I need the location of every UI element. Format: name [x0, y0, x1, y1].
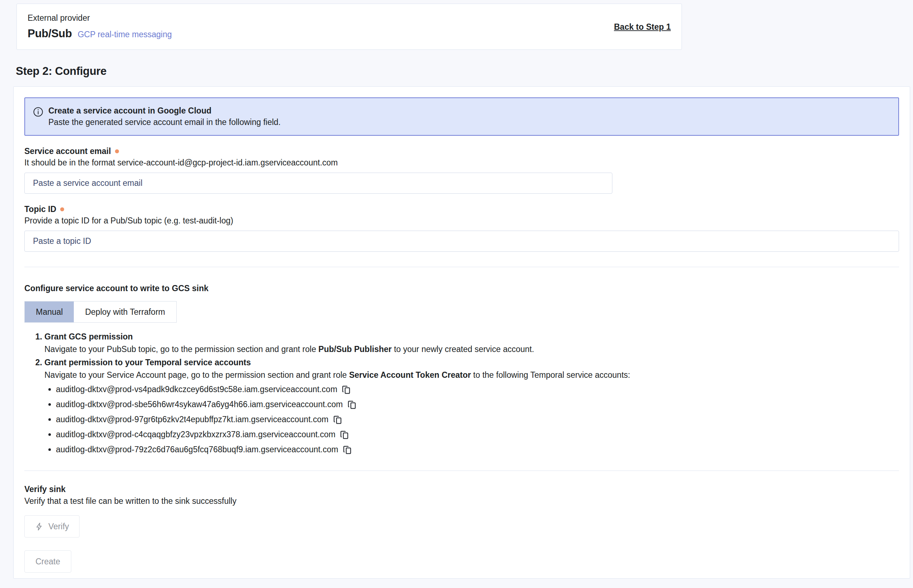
step-item-body: Navigate to your PubSub topic, go to the… — [44, 344, 899, 354]
verify-button-label: Verify — [49, 522, 69, 531]
step-body-prefix: Navigate to your Service Account page, g… — [44, 370, 349, 380]
lightning-bolt-icon — [35, 522, 44, 531]
provider-name: Pub/Sub — [28, 27, 72, 40]
info-banner-text: Create a service account in Google Cloud… — [49, 106, 280, 127]
provider-description: GCP real-time messaging — [78, 30, 172, 39]
list-item: auditlog-dktxv@prod-vs4padk9dkczcey6d6st… — [56, 383, 899, 395]
step-body-suffix: to the following Temporal service accoun… — [471, 370, 630, 380]
copy-icon[interactable] — [340, 430, 350, 440]
required-dot-icon — [60, 207, 64, 211]
configure-section-heading: Configure service account to write to GC… — [24, 284, 899, 293]
provider-row: Pub/Sub GCP real-time messaging — [28, 27, 671, 40]
provider-eyebrow: External provider — [28, 13, 671, 23]
topic-id-label: Topic ID — [24, 205, 899, 214]
step-item-title: Grant permission to your Temporal servic… — [44, 358, 899, 367]
copy-icon[interactable] — [343, 445, 352, 455]
step-item-grant-temporal: Grant permission to your Temporal servic… — [44, 358, 899, 456]
service-account-email: auditlog-dktxv@prod-vs4padk9dkczcey6d6st… — [56, 384, 337, 394]
copy-icon[interactable] — [333, 415, 343, 425]
service-account-email: auditlog-dktxv@prod-79z2c6d76au6g5fcq768… — [56, 445, 338, 454]
tab-manual[interactable]: Manual — [25, 302, 74, 322]
copy-icon[interactable] — [347, 400, 357, 410]
service-account-email-label-text: Service account email — [24, 147, 111, 156]
service-account-email: auditlog-dktxv@prod-c4cqaqgbfzy23vpzkbxz… — [56, 430, 335, 439]
service-account-email: auditlog-dktxv@prod-sbe56h6wr4sykaw47a6y… — [56, 400, 343, 409]
list-item: auditlog-dktxv@prod-sbe56h6wr4sykaw47a6y… — [56, 399, 899, 410]
service-account-list: auditlog-dktxv@prod-vs4padk9dkczcey6d6st… — [44, 383, 899, 456]
service-account-email: auditlog-dktxv@prod-97gr6tp6zkv2t4epubff… — [56, 415, 329, 424]
info-banner-title: Create a service account in Google Cloud — [49, 106, 280, 116]
create-button[interactable]: Create — [24, 551, 71, 573]
info-banner-body: Paste the generated service account emai… — [49, 118, 280, 127]
copy-icon[interactable] — [342, 385, 351, 395]
verify-sink-heading: Verify sink — [24, 485, 899, 494]
topic-id-helper: Provide a topic ID for a Pub/Sub topic (… — [24, 216, 899, 226]
info-banner: Create a service account in Google Cloud… — [24, 97, 899, 136]
configure-tabs: Manual Deploy with Terraform — [24, 301, 176, 323]
step-body-prefix: Navigate to your PubSub topic, go to the… — [44, 344, 319, 354]
topic-id-input[interactable] — [24, 231, 899, 252]
list-item: auditlog-dktxv@prod-97gr6tp6zkv2t4epubff… — [56, 414, 899, 425]
step-item-grant-gcs: Grant GCS permission Navigate to your Pu… — [44, 332, 899, 354]
step-body-suffix: to your newly created service account. — [392, 344, 534, 354]
list-item: auditlog-dktxv@prod-79z2c6d76au6g5fcq768… — [56, 444, 899, 456]
instruction-steps: Grant GCS permission Navigate to your Pu… — [24, 332, 899, 456]
create-button-label: Create — [36, 557, 60, 567]
configure-card: Create a service account in Google Cloud… — [13, 86, 910, 579]
verify-sink-description: Verify that a test file can be written t… — [24, 496, 899, 506]
page-title: Step 2: Configure — [16, 65, 913, 78]
provider-card: External provider Pub/Sub GCP real-time … — [16, 3, 682, 50]
service-account-email-helper: It should be in the format service-accou… — [24, 158, 899, 168]
step-role-name: Service Account Token Creator — [349, 370, 471, 380]
tab-deploy-with-terraform[interactable]: Deploy with Terraform — [74, 302, 176, 322]
step-role-name: Pub/Sub Publisher — [319, 344, 392, 354]
required-dot-icon — [115, 149, 119, 153]
topic-id-label-text: Topic ID — [24, 205, 56, 214]
section-divider — [24, 267, 899, 267]
info-circle-icon — [33, 107, 43, 127]
step-item-title: Grant GCS permission — [44, 332, 899, 342]
verify-button[interactable]: Verify — [24, 515, 79, 538]
section-divider — [24, 470, 899, 471]
service-account-email-input[interactable] — [24, 173, 612, 194]
service-account-email-label: Service account email — [24, 147, 899, 156]
back-to-step1-link[interactable]: Back to Step 1 — [614, 22, 671, 32]
step-item-body: Navigate to your Service Account page, g… — [44, 370, 899, 380]
list-item: auditlog-dktxv@prod-c4cqaqgbfzy23vpzkbxz… — [56, 429, 899, 441]
